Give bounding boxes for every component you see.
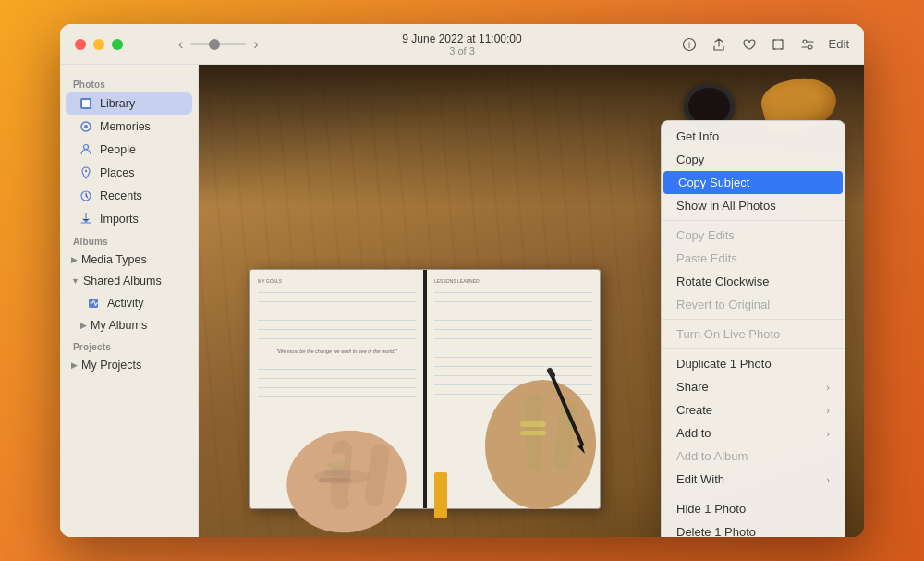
svg-rect-34 — [520, 421, 546, 427]
sidebar-item-recents[interactable]: Recents — [66, 185, 192, 207]
menu-item-add-to[interactable]: Add to › — [662, 421, 845, 445]
adjust-icon[interactable] — [799, 36, 816, 53]
library-label: Library — [100, 97, 135, 110]
menu-item-copy[interactable]: Copy — [662, 148, 845, 171]
menu-item-share[interactable]: Share › — [662, 375, 845, 398]
my-albums-arrow: ▶ — [80, 321, 87, 330]
menu-item-hide-1-photo[interactable]: Hide 1 Photo — [662, 497, 845, 520]
sidebar-group-my-projects[interactable]: ▶ My Projects — [64, 355, 194, 375]
sidebar-item-activity[interactable]: Activity — [66, 292, 192, 314]
photo-slider[interactable] — [190, 43, 246, 45]
nav-controls: ‹ › — [178, 36, 259, 53]
recents-label: Recents — [100, 189, 142, 202]
activity-label: Activity — [107, 297, 144, 310]
svg-rect-23 — [319, 478, 351, 482]
imports-icon — [79, 212, 93, 226]
context-menu: Get Info Copy Copy Subject Show in All P… — [661, 120, 845, 537]
next-arrow[interactable]: › — [253, 36, 258, 53]
menu-item-create[interactable]: Create › — [662, 398, 845, 421]
sidebar-item-people[interactable]: People — [66, 139, 192, 161]
app-window: ‹ › 9 June 2022 at 11:00:00 3 of 3 i — [60, 24, 864, 537]
svg-line-32 — [550, 371, 553, 375]
info-icon[interactable]: i — [681, 36, 698, 53]
titlebar-actions: i — [681, 36, 849, 53]
my-albums-label: My Albums — [91, 319, 147, 332]
minimize-button[interactable] — [93, 39, 104, 50]
close-button[interactable] — [75, 39, 86, 50]
svg-rect-7 — [86, 100, 90, 104]
menu-item-copy-edits: Copy Edits — [662, 224, 845, 247]
heart-icon[interactable] — [740, 36, 757, 53]
menu-separator-3 — [662, 348, 845, 349]
menu-item-delete-1-photo[interactable]: Delete 1 Photo — [662, 520, 845, 537]
svg-text:i: i — [688, 41, 690, 50]
menu-separator-1 — [662, 220, 845, 221]
photo-count: 3 of 3 — [449, 45, 475, 56]
menu-separator-2 — [662, 319, 845, 320]
right-hand — [457, 324, 624, 528]
prev-arrow[interactable]: ‹ — [178, 36, 183, 53]
memories-label: Memories — [100, 120, 151, 133]
media-types-arrow: ▶ — [71, 255, 78, 264]
svg-rect-22 — [323, 470, 351, 476]
svg-rect-2 — [773, 40, 783, 49]
maximize-button[interactable] — [112, 39, 123, 50]
media-types-label: Media Types — [81, 253, 147, 266]
activity-icon — [86, 296, 101, 311]
main-content: Photos Library Memories People — [60, 65, 864, 537]
menu-item-copy-subject[interactable]: Copy Subject — [663, 171, 843, 194]
share-submenu-arrow: › — [826, 382, 830, 393]
svg-rect-6 — [82, 100, 86, 104]
imports-label: Imports — [100, 213, 139, 226]
menu-item-add-to-album: Add to Album — [662, 445, 845, 468]
shared-albums-arrow: ▼ — [71, 276, 79, 286]
svg-rect-8 — [82, 104, 86, 107]
people-icon — [79, 142, 93, 157]
left-hand — [273, 352, 457, 537]
my-projects-arrow: ▶ — [71, 360, 78, 370]
edit-with-submenu-arrow: › — [826, 474, 830, 485]
svg-point-12 — [84, 145, 89, 150]
menu-item-revert-to-original: Revert to Original — [662, 293, 845, 316]
menu-item-duplicate[interactable]: Duplicate 1 Photo — [662, 352, 845, 375]
titlebar-center: 9 June 2022 at 11:00:00 3 of 3 — [402, 32, 521, 56]
titlebar: ‹ › 9 June 2022 at 11:00:00 3 of 3 i — [60, 24, 864, 65]
sidebar-item-places[interactable]: Places — [66, 162, 192, 184]
memories-icon — [79, 119, 93, 134]
menu-item-rotate-clockwise[interactable]: Rotate Clockwise — [662, 270, 845, 293]
create-submenu-arrow: › — [826, 405, 830, 416]
sidebar: Photos Library Memories People — [60, 65, 199, 537]
crop-icon[interactable] — [770, 36, 786, 53]
people-label: People — [100, 143, 136, 156]
menu-item-paste-edits: Paste Edits — [662, 247, 845, 270]
photo-date: 9 June 2022 at 11:00:00 — [402, 32, 521, 45]
menu-item-show-in-all-photos[interactable]: Show in All Photos — [662, 194, 845, 217]
my-projects-label: My Projects — [81, 359, 141, 372]
places-icon — [79, 165, 93, 180]
add-to-submenu-arrow: › — [826, 428, 830, 439]
svg-rect-9 — [86, 104, 90, 107]
sidebar-item-imports[interactable]: Imports — [66, 208, 192, 230]
menu-item-get-info[interactable]: Get Info — [662, 125, 845, 148]
shared-albums-label: Shared Albums — [83, 274, 162, 287]
svg-point-13 — [85, 170, 87, 172]
sidebar-item-library[interactable]: Library — [66, 92, 192, 115]
photos-section-label: Photos — [60, 74, 198, 91]
sidebar-group-my-albums[interactable]: ▶ My Albums — [64, 315, 194, 335]
projects-section-label: Projects — [60, 336, 198, 354]
sidebar-item-memories[interactable]: Memories — [66, 116, 192, 138]
photo-area[interactable]: MY GOALS "We must be the change we wish … — [199, 65, 864, 537]
library-icon — [79, 96, 93, 111]
sidebar-group-shared-albums[interactable]: ▼ Shared Albums — [64, 271, 194, 291]
svg-rect-5 — [80, 98, 91, 109]
svg-point-11 — [84, 125, 88, 128]
recents-icon — [79, 189, 93, 203]
menu-item-edit-with[interactable]: Edit With › — [662, 468, 845, 491]
albums-section-label: Albums — [60, 231, 198, 249]
edit-button[interactable]: Edit — [829, 37, 849, 51]
places-label: Places — [100, 166, 135, 179]
traffic-lights — [75, 39, 123, 50]
menu-item-turn-on-live-photo: Turn On Live Photo — [662, 323, 845, 346]
share-icon[interactable] — [711, 36, 727, 53]
sidebar-group-media-types[interactable]: ▶ Media Types — [64, 250, 194, 270]
